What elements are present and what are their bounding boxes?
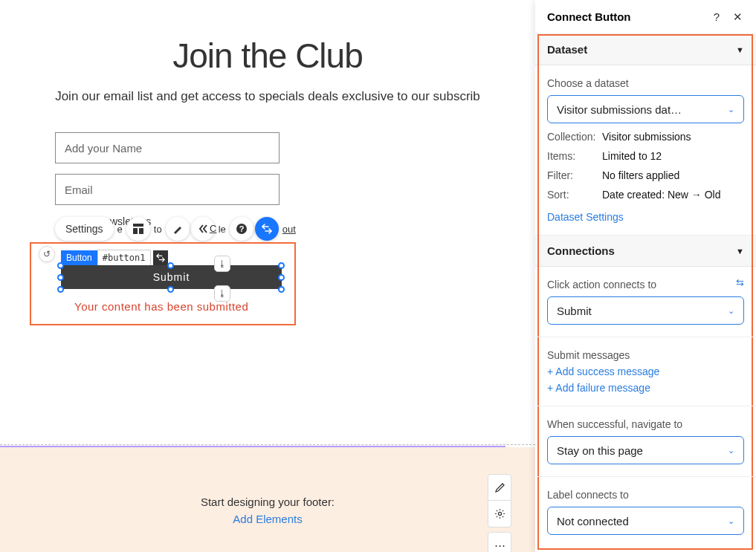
drag-handle-icon[interactable]: ⭳ — [214, 285, 230, 302]
resize-handle[interactable] — [57, 274, 64, 281]
dataset-selected: Visitor submissions dat… — [557, 103, 728, 116]
filter-label: Filter: — [547, 169, 602, 181]
click-action-value: Submit — [557, 305, 728, 317]
resize-handle[interactable] — [278, 274, 285, 281]
email-input[interactable] — [55, 174, 280, 205]
edit-icon[interactable] — [488, 474, 511, 501]
svg-point-5 — [498, 512, 501, 515]
label-connects-dropdown[interactable]: Not connected ⌄ — [547, 507, 744, 535]
navigate-value: Stay on this page — [557, 444, 728, 457]
close-icon[interactable]: ✕ — [731, 10, 744, 24]
resize-handle[interactable] — [167, 262, 174, 269]
element-toolbar: Settings e to le ? out C — [55, 217, 298, 241]
element-id-tag: #button1 — [97, 250, 151, 266]
page-subtitle: Join our email list and get access to sp… — [30, 89, 505, 104]
chevron-down-icon: ⌄ — [728, 306, 734, 316]
submit-messages-label: Submit messages — [547, 349, 744, 361]
resize-handle[interactable] — [278, 286, 285, 293]
add-failure-link[interactable]: + Add failure message — [547, 382, 744, 394]
label-connects-block: Label connects to Not connected ⌄ — [535, 477, 756, 547]
label-connects-label: Label connects to — [547, 489, 744, 501]
element-type-tag: Button — [61, 250, 97, 265]
dataset-settings-link[interactable]: Dataset Settings — [547, 211, 624, 223]
click-action-label: Click action connects to — [547, 279, 744, 290]
footer-hint: Start designing your footer: — [0, 496, 535, 508]
navigate-block: When successful, navigate to Stay on thi… — [535, 406, 756, 477]
collection-label: Collection: — [547, 131, 602, 143]
label-connects-value: Not connected — [557, 515, 728, 527]
hidden-text-frag-out: out — [282, 224, 296, 235]
more-icon[interactable]: ⋯ — [488, 532, 511, 552]
add-success-link[interactable]: + Add success message — [547, 366, 744, 377]
chevron-down-icon: ▼ — [736, 45, 744, 54]
chevron-down-icon: ⌄ — [728, 446, 734, 455]
drag-handle-icon[interactable]: ⭳ — [214, 256, 230, 272]
chevron-down-icon: ⌄ — [728, 105, 734, 114]
help-icon[interactable]: ? — [710, 10, 723, 23]
dataset-section-header[interactable]: Dataset ▼ — [535, 34, 756, 65]
resize-handle[interactable] — [57, 262, 64, 269]
items-label: Items: — [547, 150, 602, 162]
click-action-dropdown[interactable]: Submit ⌄ — [547, 296, 744, 325]
layout-icon[interactable] — [126, 217, 150, 241]
chevron-down-icon: ⌄ — [728, 516, 734, 526]
click-action-block: ⇆ Click action connects to Submit ⌄ — [535, 267, 756, 337]
swap-icon[interactable]: ⇆ — [736, 277, 744, 288]
dataset-section-body: Choose a dataset Visitor submissions dat… — [535, 65, 756, 236]
dev-mode-icon[interactable] — [153, 250, 168, 265]
svg-rect-1 — [133, 228, 138, 234]
gear-icon[interactable] — [488, 501, 511, 527]
dataset-heading: Dataset — [547, 43, 587, 56]
svg-rect-2 — [139, 228, 143, 234]
element-tag-row: Button #button1 — [61, 250, 168, 266]
brush-icon[interactable] — [166, 217, 190, 241]
submit-messages-block: Submit messages + Add success message + … — [535, 337, 756, 406]
svg-rect-0 — [133, 224, 143, 227]
name-input[interactable] — [55, 132, 280, 163]
floating-tool-stack: ⋯ — [488, 474, 511, 552]
hidden-text-frag-to: to — [154, 224, 162, 235]
settings-button[interactable]: Settings — [55, 217, 114, 241]
svg-text:?: ? — [239, 224, 244, 233]
footer-area: Start designing your footer: Add Element… — [0, 447, 535, 552]
resize-handle[interactable] — [57, 286, 64, 293]
choose-dataset-label: Choose a dataset — [547, 77, 744, 89]
connections-heading: Connections — [547, 244, 615, 257]
connect-panel: Connect Button ? ✕ Dataset ▼ Choose a da… — [535, 0, 756, 552]
navigate-label: When successful, navigate to — [547, 418, 744, 430]
sort-value: Date created: New → Old — [602, 189, 721, 201]
connections-section-header[interactable]: Connections ▼ — [535, 236, 756, 267]
panel-title: Connect Button — [547, 10, 702, 23]
section-divider — [0, 444, 535, 445]
hidden-text-frag-c: C — [210, 223, 216, 234]
chevron-down-icon: ▼ — [736, 247, 744, 256]
add-elements-link[interactable]: Add Elements — [0, 513, 535, 525]
filter-value: No filters applied — [602, 169, 679, 181]
success-message: Your content has been submitted — [74, 300, 248, 313]
items-value: Limited to 12 — [602, 150, 662, 162]
hidden-text-frag-le: le — [219, 224, 226, 235]
resize-handle[interactable] — [278, 262, 285, 269]
dataset-dropdown[interactable]: Visitor submissions dat… ⌄ — [547, 95, 744, 123]
hidden-text-frag: e — [117, 224, 123, 235]
connect-data-icon[interactable] — [255, 217, 279, 241]
panel-header: Connect Button ? ✕ — [535, 0, 756, 34]
page-title: Join the Club — [30, 36, 505, 76]
resize-handle[interactable] — [167, 286, 174, 293]
help-icon[interactable]: ? — [230, 217, 253, 241]
sort-label: Sort: — [547, 189, 602, 201]
collection-value: Visitor submissions — [602, 131, 691, 143]
navigate-dropdown[interactable]: Stay on this page ⌄ — [547, 436, 744, 464]
